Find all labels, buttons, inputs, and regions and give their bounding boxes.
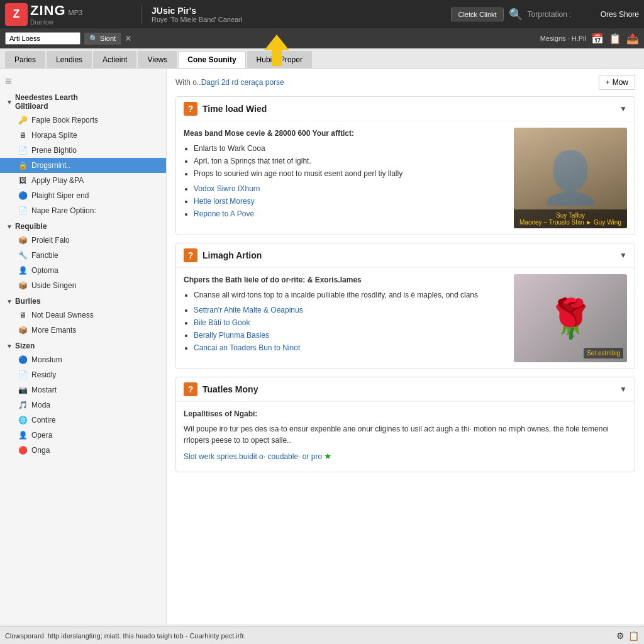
search-btn-label: Siont bbox=[100, 35, 116, 42]
arrow-icon2: ▼ bbox=[6, 223, 13, 230]
content-top-bar: With o.. Dagri 2d rd ceraça porse + Mow bbox=[175, 75, 635, 90]
sidebar-item-uside[interactable]: 📦Uside Singen bbox=[0, 278, 166, 293]
section1-link-2[interactable]: Repone to A Pove bbox=[194, 209, 254, 218]
section-card-3: ? Tuatles Mony ▼ Lepalltises of Ngabi: W… bbox=[175, 377, 635, 472]
breadcrumb-link[interactable]: Dagri 2d rd ceraça porse bbox=[201, 78, 284, 87]
arrow-icon3: ▼ bbox=[6, 298, 13, 305]
clowsporard-label: Clowsporard bbox=[5, 632, 44, 640]
plaight-icon: 🔵 bbox=[18, 191, 28, 201]
horapa-icon: 🖥 bbox=[18, 130, 28, 140]
nape-icon: 📄 bbox=[18, 206, 28, 216]
sidebar-item-moda[interactable]: 🎵Moda bbox=[0, 397, 166, 413]
section1-icon: ? bbox=[184, 102, 197, 116]
sidebar-item-mostart[interactable]: 📷Mostart bbox=[0, 382, 166, 397]
settings-status-icon[interactable]: ⚙ bbox=[616, 631, 625, 641]
logo-area: Z ZING MP3 Dranlow bbox=[5, 3, 131, 26]
search-button[interactable]: 🔍 Siont bbox=[84, 33, 121, 45]
logo-name: ZING bbox=[30, 3, 66, 19]
arrow-icon4: ▼ bbox=[6, 343, 13, 350]
section-header-2: ? Limagh Artion ▼ bbox=[176, 243, 635, 268]
rose-icon: 🌹 bbox=[547, 296, 594, 341]
section-header-left-3: ? Tuatles Mony bbox=[184, 382, 258, 396]
apply-icon: 🖼 bbox=[18, 175, 28, 186]
residly-icon: 📄 bbox=[18, 370, 28, 380]
close-search-button[interactable]: ✕ bbox=[125, 33, 132, 43]
section-header-1: ? Time load Wied ▼ bbox=[176, 97, 635, 121]
tab-actieint[interactable]: Actieint bbox=[93, 51, 136, 68]
section1-link-1[interactable]: Hetle lorst Moresy bbox=[194, 197, 255, 206]
section2-link-1[interactable]: Bile Bâti to Gook bbox=[194, 318, 250, 327]
section3-dropdown[interactable]: ▼ bbox=[619, 385, 627, 394]
share-icon[interactable]: 📤 bbox=[626, 33, 639, 45]
section1-image-caption: Suy Tafloy Maoney − Trouslo Shin ► Guy W… bbox=[514, 209, 627, 228]
ores-shore-link[interactable]: Ores Shore bbox=[601, 10, 639, 19]
new-btn-label: Mow bbox=[613, 78, 628, 87]
sidebar-item-more[interactable]: 📦More Emants bbox=[0, 323, 166, 338]
second-bar-right: Mesigns · H.Pil 📅 📋 📤 bbox=[540, 33, 639, 45]
sidebar-section-sizen[interactable]: ▼ Sizen bbox=[0, 338, 166, 352]
tab-lendies[interactable]: Lendies bbox=[47, 51, 92, 68]
tab-paries[interactable]: Paries bbox=[5, 51, 45, 68]
section3-link[interactable]: Slot werk spries.buidit·o· coudable· or … bbox=[184, 452, 322, 461]
divider bbox=[141, 5, 142, 24]
sidebar-item-nape[interactable]: 📄Nape Rare Optiion: bbox=[0, 203, 166, 218]
section1-bullet-2: Props to souried win age noot to musit e… bbox=[194, 168, 506, 179]
calendar-icon[interactable]: 📅 bbox=[591, 33, 604, 45]
tab-views[interactable]: Views bbox=[138, 51, 177, 68]
sidebar-item-notdeaul[interactable]: 🖥Not Deaul Swness bbox=[0, 308, 166, 323]
settings-icon[interactable]: 📋 bbox=[609, 33, 621, 45]
section1-link-0[interactable]: Vodox Siwro IXhurn bbox=[194, 184, 260, 193]
sidebar-item-drogsrnint[interactable]: 🔒Drogsrnint.. bbox=[0, 158, 166, 173]
sidebar-item-horapa[interactable]: 🖥Horapa Spiite bbox=[0, 128, 166, 143]
check-link-button[interactable]: Cletck Clinkt bbox=[451, 8, 503, 21]
sidebar-item-fancble[interactable]: 🔧Fancble bbox=[0, 248, 166, 263]
search-input[interactable] bbox=[5, 32, 80, 45]
sidebar-item-optoma[interactable]: 👤Optoma bbox=[0, 263, 166, 278]
section3-body: Lepalltises of Ngabi: Wil poupe iro tur … bbox=[176, 402, 635, 472]
new-button[interactable]: + Mow bbox=[599, 75, 635, 90]
drogsrnint-icon: 🔒 bbox=[18, 160, 28, 170]
section2-link-0[interactable]: Settran'r Ahite Malte & Oeapinus bbox=[194, 306, 303, 314]
sidebar-section-burlies[interactable]: ▼ Burlies bbox=[0, 293, 166, 308]
sidebar-section-requible[interactable]: ▼ Requible bbox=[0, 218, 166, 233]
section2-bold: Chpers the Bath liele of do or·rite: & E… bbox=[184, 274, 506, 286]
section-header-3: ? Tuatles Mony ▼ bbox=[176, 377, 635, 402]
uside-icon: 📦 bbox=[18, 280, 28, 291]
section2-dropdown[interactable]: ▼ bbox=[619, 251, 627, 260]
sidebar-item-contire[interactable]: 🌐Contire bbox=[0, 413, 166, 428]
logo-text-group: ZING MP3 Dranlow bbox=[30, 3, 82, 26]
sidebar-item-prene[interactable]: 📄Prene Bightio bbox=[0, 143, 166, 158]
sidebar-item-monslum[interactable]: 🔵Monslum bbox=[0, 352, 166, 367]
arrow-icon: ▼ bbox=[6, 99, 13, 106]
onga-icon: 🔴 bbox=[18, 445, 28, 455]
section-card-2: ? Limagh Artion ▼ Chpers the Bath liele … bbox=[175, 243, 635, 369]
sidebar: ≡ ▼ Needestes LearthGiltiioard 🔑Faple Bo… bbox=[0, 69, 167, 624]
second-bar: 🔍 Siont ✕ Mesigns · H.Pil 📅 📋 📤 bbox=[0, 28, 644, 48]
section1-title: Needestes LearthGiltiioard bbox=[15, 93, 78, 111]
search-icon[interactable]: 🔍 bbox=[509, 8, 523, 21]
section2-bullets: Cnanse all wird·tons top to a incalde pu… bbox=[184, 289, 506, 301]
sidebar-item-plaight[interactable]: 🔵Plaight Siper end bbox=[0, 188, 166, 203]
sidebar-item-onga[interactable]: 🔴Onga bbox=[0, 443, 166, 458]
content-area: With o.. Dagri 2d rd ceraça porse + Mow … bbox=[167, 69, 644, 624]
sidebar-item-opera[interactable]: 👤Opera bbox=[0, 428, 166, 443]
sidebar-item-apply[interactable]: 🖼Apply Play &PA bbox=[0, 173, 166, 188]
header-right: Cletck Clinkt 🔍 Torprotation : Ores Shor… bbox=[451, 8, 639, 21]
section-card-1: ? Time load Wied ▼ Meas band Mose cevie … bbox=[175, 96, 635, 235]
clipboard-status-icon[interactable]: 📋 bbox=[628, 631, 639, 641]
tab-hubile-proper[interactable]: Hubile Proper bbox=[247, 51, 312, 68]
header-info: JUsic Pir's Ruye 'To Miele Band' Canearl bbox=[152, 6, 446, 23]
section1-bold: Meas band Mose cevie & 28000 600 Your af… bbox=[184, 128, 506, 139]
sidebar-item-proleit[interactable]: 📦Proleit Falo bbox=[0, 233, 166, 248]
section2-link-2[interactable]: Berally Plunma Basies bbox=[194, 331, 269, 340]
sidebar-item-faple[interactable]: 🔑Faple Book Reports bbox=[0, 113, 166, 128]
section1-dropdown[interactable]: ▼ bbox=[619, 104, 627, 113]
green-star-icon: ★ bbox=[324, 451, 332, 461]
section3-body-text: Wil poupe iro tur pes des isa·to ensur e… bbox=[184, 423, 627, 446]
section2-bullet-0: Cnanse all wird·tons top to a incalde pu… bbox=[194, 289, 506, 301]
sidebar-item-residly[interactable]: 📄Residly bbox=[0, 367, 166, 382]
tab-cone-sounity[interactable]: Cone Sounity bbox=[178, 51, 245, 68]
section2-link-3[interactable]: Cancai an Toaders Bun to Ninot bbox=[194, 343, 300, 352]
monslum-icon: 🔵 bbox=[18, 355, 28, 365]
sidebar-section-needestes[interactable]: ▼ Needestes LearthGiltiioard bbox=[0, 89, 166, 113]
